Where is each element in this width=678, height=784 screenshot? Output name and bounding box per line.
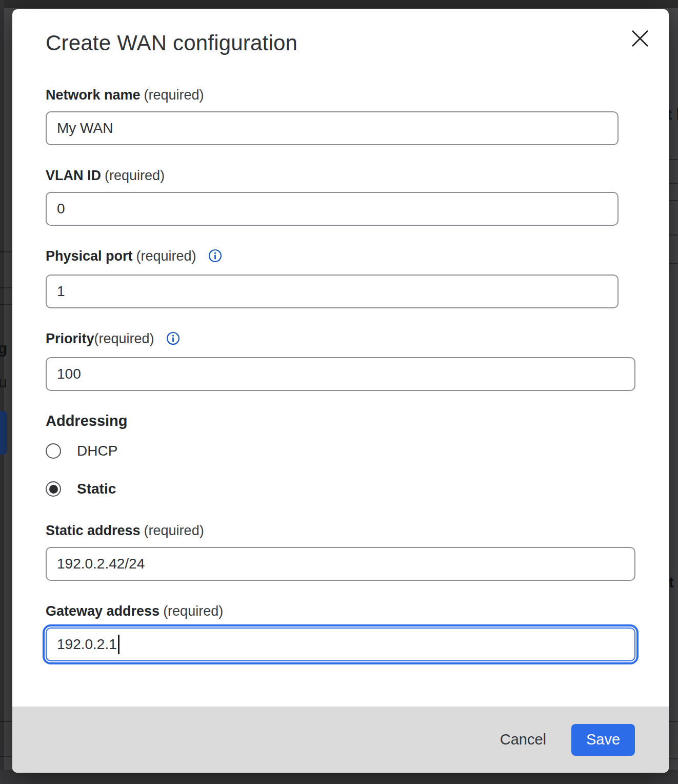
gateway-address-input[interactable] [46,628,635,661]
background-divider [0,251,12,252]
close-button[interactable] [629,28,651,50]
close-icon [631,29,649,49]
cancel-button[interactable]: Cancel [500,726,546,753]
background-text-fragment: g [0,340,7,357]
radio-unselected-icon[interactable] [46,443,61,459]
dialog-footer: Cancel Save [12,707,669,773]
physical-port-label: Physical port(required) [46,248,669,266]
priority-input[interactable] [46,357,635,391]
backdrop-left-strip [0,0,4,784]
addressing-heading: Addressing [46,413,669,429]
static-radio-label: Static [77,481,116,497]
vlan-id-label: VLAN ID(required) [46,168,669,184]
background-button-fragment [0,411,7,455]
gateway-address-field [46,628,635,661]
background-text-fragment: t [669,574,674,591]
addressing-option-dhcp[interactable]: DHCP [46,443,669,459]
dialog-title: Create WAN configuration [46,30,669,56]
static-address-label: Static address(required) [46,523,669,539]
info-icon[interactable] [166,331,180,349]
addressing-option-static[interactable]: Static [46,481,669,497]
info-icon[interactable] [208,249,222,266]
background-divider [0,304,12,305]
create-wan-configuration-dialog: Create WAN configuration Network name(re… [12,9,669,773]
background-text-fragment: u [0,374,7,391]
network-name-label: Network name(required) [46,87,669,103]
gateway-address-label: Gateway address(required) [46,603,669,619]
background-divider [0,756,12,757]
backdrop-top-strip [0,0,678,8]
save-button[interactable]: Save [571,724,635,756]
text-cursor [118,635,119,654]
network-name-input[interactable] [46,111,619,145]
background-divider [0,721,12,722]
background-divider [0,287,12,288]
physical-port-input[interactable] [46,275,619,308]
dhcp-radio-label: DHCP [77,443,117,459]
vlan-id-input[interactable] [46,192,619,226]
priority-label: Priority(required) [46,331,669,349]
radio-selected-icon[interactable] [46,481,61,497]
static-address-input[interactable] [46,547,635,581]
